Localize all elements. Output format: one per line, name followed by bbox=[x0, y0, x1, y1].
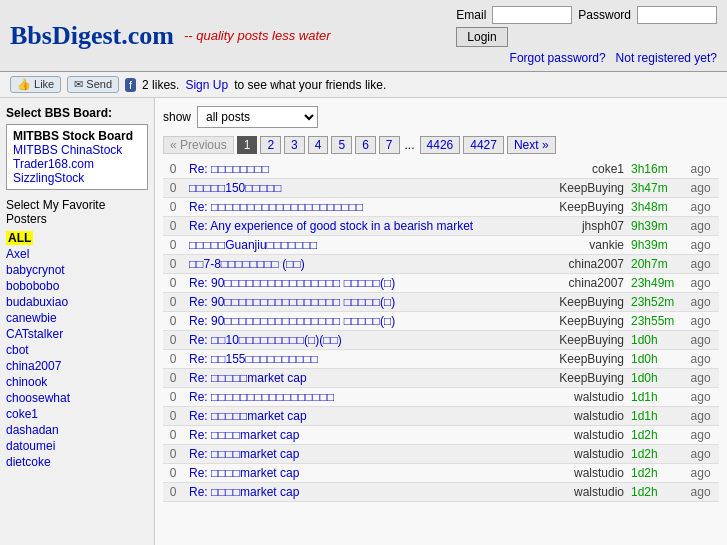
post-title-link[interactable]: Re: □□□□□□□□ bbox=[189, 162, 269, 176]
post-num: 0 bbox=[163, 464, 183, 483]
page-6[interactable]: 6 bbox=[355, 136, 376, 154]
post-time: 1d2h bbox=[628, 426, 688, 445]
post-title-link[interactable]: Re: □□□□□□□□□□□□□□□□□□□□□ bbox=[189, 200, 363, 214]
post-num: 0 bbox=[163, 331, 183, 350]
top-bar: BbsDigest.com -- quality posts less wate… bbox=[0, 0, 727, 72]
post-title-link[interactable]: Re: Any experience of good stock in a be… bbox=[189, 219, 473, 233]
poster-dashadan[interactable]: dashadan bbox=[6, 423, 59, 437]
post-title-link[interactable]: □□□□□150□□□□□ bbox=[189, 181, 282, 195]
table-row: 0 Re: 90□□□□□□□□□□□□□□□□ □□□□□(□) KeepBu… bbox=[163, 293, 719, 312]
post-title-link[interactable]: Re: 90□□□□□□□□□□□□□□□□ □□□□□(□) bbox=[189, 314, 395, 328]
post-title: Re: □□□□market cap bbox=[183, 483, 540, 502]
forgot-password-link[interactable]: Forgot password? bbox=[510, 51, 606, 65]
post-time: 1d0h bbox=[628, 331, 688, 350]
post-ago: ago bbox=[688, 255, 719, 274]
page-5[interactable]: 5 bbox=[331, 136, 352, 154]
poster-coke1[interactable]: coke1 bbox=[6, 407, 38, 421]
password-input[interactable] bbox=[637, 6, 717, 24]
page-2[interactable]: 2 bbox=[260, 136, 281, 154]
page-4427[interactable]: 4427 bbox=[463, 136, 504, 154]
post-time: 1d0h bbox=[628, 369, 688, 388]
poster-chinook[interactable]: chinook bbox=[6, 375, 47, 389]
table-row: 0 Re: □□□□□□□□ coke1 3h16m ago bbox=[163, 160, 719, 179]
post-title-link[interactable]: Re: □□□□□□□□□□□□□□□□□ bbox=[189, 390, 334, 404]
board-link-sizzling[interactable]: SizzlingStock bbox=[13, 171, 141, 185]
page-1: 1 bbox=[237, 136, 258, 154]
post-title-link[interactable]: Re: □□10□□□□□□□□□(□)(□□) bbox=[189, 333, 342, 347]
page-4426[interactable]: 4426 bbox=[420, 136, 461, 154]
post-ago: ago bbox=[688, 274, 719, 293]
register-link[interactable]: Not registered yet? bbox=[616, 51, 717, 65]
poster-catstalker[interactable]: CATstalker bbox=[6, 327, 63, 341]
prev-page-link: « Previous bbox=[163, 136, 234, 154]
send-label: Send bbox=[86, 78, 112, 90]
post-title-link[interactable]: Re: 90□□□□□□□□□□□□□□□□ □□□□□(□) bbox=[189, 295, 395, 309]
like-label: Like bbox=[34, 78, 54, 90]
board-active: MITBBS Stock Board bbox=[13, 129, 141, 143]
show-select[interactable]: all posts my favorites only bbox=[197, 106, 318, 128]
send-icon: ✉ bbox=[74, 78, 83, 90]
poster-choosewhat[interactable]: choosewhat bbox=[6, 391, 70, 405]
post-title-link[interactable]: Re: □□□□market cap bbox=[189, 466, 299, 480]
post-title-link[interactable]: □□7-8□□□□□□□□ (□□) bbox=[189, 257, 305, 271]
signup-link[interactable]: Sign Up bbox=[185, 78, 228, 92]
post-num: 0 bbox=[163, 160, 183, 179]
post-title: Re: □□□□market cap bbox=[183, 464, 540, 483]
signup-suffix: to see what your friends like. bbox=[234, 78, 386, 92]
post-title-link[interactable]: Re: 90□□□□□□□□□□□□□□□□ □□□□□(□) bbox=[189, 276, 395, 290]
poster-babycrynot[interactable]: babycrynot bbox=[6, 263, 65, 277]
page-7[interactable]: 7 bbox=[379, 136, 400, 154]
list-item: CATstalker bbox=[6, 326, 148, 342]
poster-cbot[interactable]: cbot bbox=[6, 343, 29, 357]
post-author: walstudio bbox=[540, 445, 628, 464]
send-button[interactable]: ✉ Send bbox=[67, 76, 119, 93]
poster-axel[interactable]: Axel bbox=[6, 247, 29, 261]
post-title: Re: 90□□□□□□□□□□□□□□□□ □□□□□(□) bbox=[183, 274, 540, 293]
page-4[interactable]: 4 bbox=[308, 136, 329, 154]
login-button[interactable]: Login bbox=[456, 27, 507, 47]
table-row: 0 Re: □□□□market cap walstudio 1d2h ago bbox=[163, 483, 719, 502]
page-3[interactable]: 3 bbox=[284, 136, 305, 154]
auth-inputs: Email Password bbox=[456, 6, 717, 24]
table-row: 0 Re: □□155□□□□□□□□□□ KeepBuying 1d0h ag… bbox=[163, 350, 719, 369]
post-time: 23h55m bbox=[628, 312, 688, 331]
post-title-link[interactable]: Re: □□155□□□□□□□□□□ bbox=[189, 352, 318, 366]
post-ago: ago bbox=[688, 198, 719, 217]
pagination: « Previous 1 2 3 4 5 6 7 ... 4426 4427 N… bbox=[163, 136, 719, 154]
post-author: KeepBuying bbox=[540, 179, 628, 198]
post-time: 9h39m bbox=[628, 217, 688, 236]
post-title: □□□□□150□□□□□ bbox=[183, 179, 540, 198]
post-title-link[interactable]: Re: □□□□market cap bbox=[189, 447, 299, 461]
table-row: 0 Re: 90□□□□□□□□□□□□□□□□ □□□□□(□) KeepBu… bbox=[163, 312, 719, 331]
poster-china2007[interactable]: china2007 bbox=[6, 359, 61, 373]
list-item: bobobobo bbox=[6, 278, 148, 294]
site-tagline: -- quality posts less water bbox=[184, 28, 331, 43]
post-ago: ago bbox=[688, 407, 719, 426]
email-input[interactable] bbox=[492, 6, 572, 24]
board-link-chinastock[interactable]: MITBBS ChinaStock bbox=[13, 143, 141, 157]
page-dots: ... bbox=[403, 138, 417, 152]
poster-bobobobo[interactable]: bobobobo bbox=[6, 279, 59, 293]
next-page-link[interactable]: Next » bbox=[507, 136, 556, 154]
post-num: 0 bbox=[163, 217, 183, 236]
post-ago: ago bbox=[688, 217, 719, 236]
post-ago: ago bbox=[688, 369, 719, 388]
poster-dietcoke[interactable]: dietcoke bbox=[6, 455, 51, 469]
post-num: 0 bbox=[163, 198, 183, 217]
list-item: Axel bbox=[6, 246, 148, 262]
poster-datoumei[interactable]: datoumei bbox=[6, 439, 55, 453]
post-title: Re: □□□□□□□□□□□□□□□□□□□□□ bbox=[183, 198, 540, 217]
poster-all[interactable]: ALL bbox=[6, 230, 148, 246]
post-title-link[interactable]: □□□□□Guanjiu□□□□□□□ bbox=[189, 238, 317, 252]
post-title: Re: □□□□market cap bbox=[183, 445, 540, 464]
post-title-link[interactable]: Re: □□□□□market cap bbox=[189, 371, 307, 385]
poster-budabuxiao[interactable]: budabuxiao bbox=[6, 295, 68, 309]
list-item: dashadan bbox=[6, 422, 148, 438]
post-title-link[interactable]: Re: □□□□market cap bbox=[189, 428, 299, 442]
post-title-link[interactable]: Re: □□□□□market cap bbox=[189, 409, 307, 423]
post-title-link[interactable]: Re: □□□□market cap bbox=[189, 485, 299, 499]
post-author: china2007 bbox=[540, 274, 628, 293]
poster-canewbie[interactable]: canewbie bbox=[6, 311, 57, 325]
board-link-trader168[interactable]: Trader168.com bbox=[13, 157, 141, 171]
like-button[interactable]: 👍 Like bbox=[10, 76, 61, 93]
